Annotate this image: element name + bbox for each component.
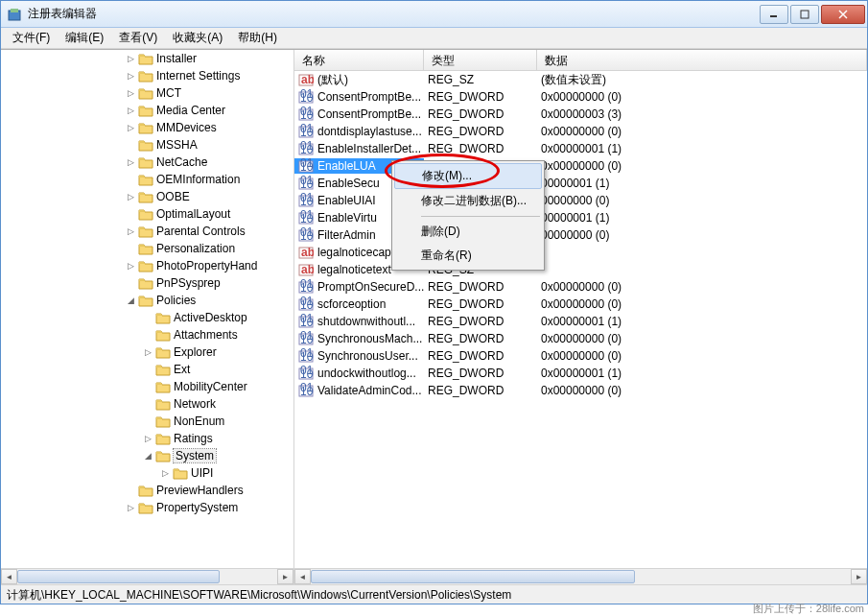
tree-item[interactable]: PnPSysprep bbox=[1, 274, 293, 292]
column-type[interactable]: 类型 bbox=[424, 50, 537, 70]
tree-item[interactable]: ▷MMDevices bbox=[1, 119, 293, 136]
expander-icon[interactable] bbox=[126, 175, 136, 185]
list-view[interactable]: ab(默认)REG_SZ(数值未设置)011100ConsentPromptBe… bbox=[294, 71, 867, 568]
expander-icon[interactable]: ▷ bbox=[143, 347, 153, 358]
tree-item[interactable]: ▷OOBE bbox=[1, 188, 293, 205]
scroll-left-icon[interactable]: ◄ bbox=[1, 569, 17, 584]
tree-item[interactable]: ▷NetCache bbox=[1, 154, 293, 171]
value-row[interactable]: ablegalnoticetextREG_SZ bbox=[294, 261, 867, 278]
value-row[interactable]: 011100ConsentPromptBe...REG_DWORD0x00000… bbox=[294, 88, 867, 106]
tree-item[interactable]: ActiveDesktop bbox=[1, 309, 293, 326]
expander-icon[interactable] bbox=[126, 209, 136, 220]
menu-favorites[interactable]: 收藏夹(A) bbox=[165, 28, 230, 48]
value-row[interactable]: 011100EnableUIAIREG_DWORD00000000 (0) bbox=[294, 192, 867, 209]
value-row[interactable]: 011100FilterAdminREG_DWORD00000000 (0) bbox=[294, 226, 867, 244]
tree-item[interactable]: Network bbox=[1, 395, 293, 413]
expander-icon[interactable]: ▷ bbox=[126, 54, 136, 64]
tree-item[interactable]: Attachments bbox=[1, 326, 293, 344]
expander-icon[interactable]: ▷ bbox=[126, 123, 136, 133]
value-row[interactable]: ab(默认)REG_SZ(数值未设置) bbox=[294, 71, 867, 88]
list-hscroll[interactable]: ◄ ► bbox=[294, 568, 867, 584]
expander-icon[interactable]: ▷ bbox=[126, 192, 136, 202]
expander-icon[interactable] bbox=[126, 278, 136, 289]
menu-edit[interactable]: 编辑(E) bbox=[58, 28, 111, 48]
expander-icon[interactable] bbox=[126, 486, 136, 496]
expander-icon[interactable]: ◢ bbox=[126, 296, 136, 306]
tree-item[interactable]: ▷PropertySystem bbox=[1, 499, 293, 516]
expander-icon[interactable] bbox=[126, 244, 136, 254]
expander-icon[interactable] bbox=[143, 330, 153, 341]
tree-item[interactable]: Ext bbox=[1, 361, 293, 378]
value-row[interactable]: 011100EnableLUAREG_DWORD0x00000000 (0) bbox=[294, 157, 867, 175]
tree-item[interactable]: ◢System bbox=[1, 447, 293, 464]
tree-item[interactable]: ▷Explorer bbox=[1, 344, 293, 361]
scroll-left-icon[interactable]: ◄ bbox=[294, 569, 311, 584]
menu-file[interactable]: 文件(F) bbox=[5, 28, 58, 48]
value-row[interactable]: 011100scforceoptionREG_DWORD0x00000000 (… bbox=[294, 296, 867, 313]
tree-item[interactable]: OEMInformation bbox=[1, 171, 293, 188]
minimize-button[interactable] bbox=[760, 5, 788, 24]
tree-item[interactable]: ▷UIPI bbox=[1, 464, 293, 482]
value-row[interactable]: 011100SynchronousUser...REG_DWORD0x00000… bbox=[294, 347, 867, 365]
expander-icon[interactable]: ▷ bbox=[126, 88, 136, 99]
expander-icon[interactable]: ▷ bbox=[126, 106, 136, 116]
tree-item[interactable]: MSSHA bbox=[1, 136, 293, 154]
tree-item[interactable]: ▷Parental Controls bbox=[1, 223, 293, 240]
value-row[interactable]: 011100EnableSecuREG_DWORD00000001 (1) bbox=[294, 175, 867, 192]
tree-item[interactable]: PreviewHandlers bbox=[1, 482, 293, 499]
tree-item[interactable]: NonEnum bbox=[1, 413, 293, 430]
column-data[interactable]: 数据 bbox=[537, 50, 867, 70]
close-button[interactable] bbox=[821, 5, 865, 24]
menu-delete[interactable]: 删除(D) bbox=[394, 220, 542, 244]
expander-icon[interactable]: ▷ bbox=[126, 226, 136, 237]
scroll-right-icon[interactable]: ► bbox=[277, 569, 293, 584]
value-row[interactable]: 011100SynchronousMach...REG_DWORD0x00000… bbox=[294, 330, 867, 347]
value-row[interactable]: ablegalnoticecaptionREG_SZ bbox=[294, 244, 867, 261]
tree-item[interactable]: OptimalLayout bbox=[1, 205, 293, 223]
tree-item[interactable]: ▷MCT bbox=[1, 84, 293, 102]
tree-label: Explorer bbox=[174, 345, 217, 359]
value-row[interactable]: 011100shutdownwithoutl...REG_DWORD0x0000… bbox=[294, 313, 867, 330]
expander-icon[interactable] bbox=[126, 140, 136, 151]
expander-icon[interactable]: ▷ bbox=[126, 71, 136, 82]
tree-item[interactable]: ▷Ratings bbox=[1, 430, 293, 447]
value-row[interactable]: 011100dontdisplaylastuse...REG_DWORD0x00… bbox=[294, 123, 867, 140]
expander-icon[interactable]: ▷ bbox=[126, 261, 136, 272]
expander-icon[interactable] bbox=[143, 399, 153, 410]
tree-hscroll[interactable]: ◄ ► bbox=[1, 568, 293, 584]
titlebar[interactable]: 注册表编辑器 bbox=[1, 1, 867, 28]
expander-icon[interactable]: ▷ bbox=[143, 434, 153, 444]
tree-item[interactable]: ▷PhotoPropertyHand bbox=[1, 257, 293, 274]
tree-item[interactable]: ▷Internet Settings bbox=[1, 67, 293, 84]
tree-item[interactable]: ▷Installer bbox=[1, 50, 293, 67]
folder-icon bbox=[138, 207, 153, 221]
expander-icon[interactable]: ▷ bbox=[126, 157, 136, 168]
menu-rename[interactable]: 重命名(R) bbox=[394, 244, 542, 268]
tree-item[interactable]: MobilityCenter bbox=[1, 378, 293, 395]
menu-view[interactable]: 查看(V) bbox=[111, 28, 165, 48]
expander-icon[interactable]: ▷ bbox=[160, 468, 171, 479]
tree-item[interactable]: Personalization bbox=[1, 240, 293, 257]
menu-help[interactable]: 帮助(H) bbox=[230, 28, 285, 48]
value-row[interactable]: 011100EnableInstallerDet...REG_DWORD0x00… bbox=[294, 140, 867, 157]
tree-item[interactable]: ◢Policies bbox=[1, 292, 293, 309]
value-row[interactable]: 011100PromptOnSecureD...REG_DWORD0x00000… bbox=[294, 278, 867, 296]
expander-icon[interactable] bbox=[143, 313, 153, 323]
scroll-right-icon[interactable]: ► bbox=[851, 569, 867, 584]
folder-icon bbox=[155, 415, 171, 428]
expander-icon[interactable] bbox=[143, 416, 153, 427]
menu-modify[interactable]: 修改(M)... bbox=[394, 163, 542, 189]
value-row[interactable]: 011100ValidateAdminCod...REG_DWORD0x0000… bbox=[294, 382, 867, 399]
value-row[interactable]: 011100undockwithoutlog...REG_DWORD0x0000… bbox=[294, 365, 867, 382]
expander-icon[interactable] bbox=[143, 382, 153, 392]
expander-icon[interactable]: ▷ bbox=[126, 503, 136, 513]
column-name[interactable]: 名称 bbox=[294, 50, 424, 70]
expander-icon[interactable] bbox=[143, 365, 153, 375]
value-row[interactable]: 011100ConsentPromptBe...REG_DWORD0x00000… bbox=[294, 106, 867, 123]
value-row[interactable]: 011100EnableVirtuREG_DWORD00000001 (1) bbox=[294, 209, 867, 226]
maximize-button[interactable] bbox=[790, 5, 819, 24]
expander-icon[interactable]: ◢ bbox=[143, 451, 153, 462]
tree-item[interactable]: ▷Media Center bbox=[1, 102, 293, 119]
menu-modify-binary[interactable]: 修改二进制数据(B)... bbox=[394, 189, 542, 213]
tree-view[interactable]: ▷Installer▷Internet Settings▷MCT▷Media C… bbox=[1, 50, 293, 568]
